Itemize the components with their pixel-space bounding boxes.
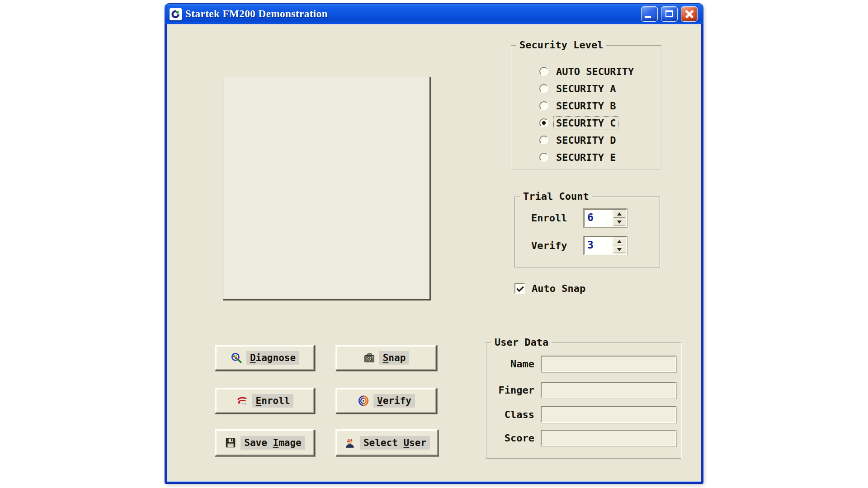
radio-option-security-e[interactable]: SECURITY E — [539, 149, 657, 166]
select-user-button[interactable]: Select User — [335, 429, 439, 456]
enroll-trials-value: 6 — [585, 210, 613, 226]
maximize-icon — [665, 10, 673, 17]
maximize-button[interactable] — [661, 6, 678, 22]
auto-snap-label: Auto Snap — [532, 283, 585, 294]
radio-option-security-d[interactable]: SECURITY D — [539, 131, 657, 149]
class-field[interactable] — [541, 406, 676, 423]
auto-snap-checkbox[interactable]: Auto Snap — [514, 283, 585, 294]
verify-trials-label: Verify — [531, 240, 584, 251]
class-label: Class — [490, 409, 541, 420]
enroll-trials-input[interactable]: 6 — [584, 209, 627, 227]
finger-field[interactable] — [541, 382, 676, 399]
snap-button[interactable]: Snap — [335, 345, 437, 371]
close-icon — [685, 9, 694, 19]
window-title: Startek FM200 Demonstration — [185, 8, 328, 20]
radio-icon — [539, 118, 548, 127]
diagnose-button-label: Diagnose — [246, 351, 299, 365]
diagnose-button[interactable]: Diagnose — [215, 345, 315, 371]
verify-spinner — [613, 237, 626, 254]
enroll-button-label: Enroll — [252, 394, 294, 408]
user-data-group-title: User Data — [491, 337, 552, 348]
verify-trial-row: Verify 3 — [531, 236, 655, 255]
score-field[interactable] — [541, 430, 676, 446]
trial-count-rows: Enroll 6 Verify 3 — [531, 209, 655, 255]
window-controls — [641, 6, 698, 22]
finger-row: Finger — [490, 382, 676, 399]
diagnose-icon — [231, 352, 242, 364]
snap-button-label: Snap — [379, 351, 410, 365]
minimize-button[interactable] — [641, 6, 658, 22]
verify-trials-value: 3 — [585, 237, 613, 254]
radio-icon — [539, 67, 548, 76]
app-window: Startek FM200 Demonstration Security Lev… — [165, 4, 703, 483]
save-image-button[interactable]: Save Image — [215, 429, 315, 456]
score-row: Score — [490, 430, 676, 446]
titlebar[interactable]: Startek FM200 Demonstration — [165, 4, 703, 24]
save-image-button-label: Save Image — [241, 436, 305, 450]
radio-icon — [539, 84, 548, 93]
enroll-spin-up-button[interactable] — [613, 211, 625, 218]
floppy-disk-icon — [225, 437, 236, 449]
finger-label: Finger — [490, 385, 541, 396]
enroll-button[interactable]: Enroll — [215, 388, 315, 414]
arrow-up-icon — [617, 212, 622, 216]
fingerprint-preview-area — [223, 77, 431, 300]
name-row: Name — [490, 356, 676, 372]
radio-icon — [539, 136, 548, 145]
radio-option-security-c[interactable]: SECURITY C — [539, 114, 657, 131]
verify-spin-up-button[interactable] — [613, 238, 625, 245]
verify-button-label: Verify — [373, 394, 415, 408]
verify-button[interactable]: Verify — [335, 388, 437, 414]
verify-spin-down-button[interactable] — [613, 246, 625, 253]
user-data-group: User Data Name Finger Class Score — [486, 343, 681, 459]
client-area: Security Level AUTO SECURITY SECURITY A … — [167, 24, 701, 481]
close-button[interactable] — [681, 6, 698, 22]
enroll-spin-down-button[interactable] — [613, 219, 625, 226]
enroll-pen-icon — [236, 395, 248, 407]
radio-icon — [539, 101, 548, 110]
fingerprint-icon — [358, 395, 369, 407]
enroll-trial-row: Enroll 6 — [531, 209, 655, 227]
enroll-spinner — [613, 210, 626, 226]
camera-icon — [363, 352, 375, 364]
trial-count-group: Trial Count Enroll 6 Verify 3 — [514, 197, 660, 267]
radio-option-security-a[interactable]: SECURITY A — [539, 80, 657, 97]
verify-trials-input[interactable]: 3 — [584, 236, 627, 255]
arrow-down-icon — [617, 221, 622, 224]
name-label: Name — [490, 358, 541, 370]
security-level-group-title: Security Level — [516, 39, 606, 51]
radio-option-auto-security[interactable]: AUTO SECURITY — [539, 63, 657, 80]
app-logo-icon — [170, 8, 182, 20]
name-field[interactable] — [541, 356, 676, 372]
class-row: Class — [490, 406, 676, 423]
checkbox-icon — [514, 283, 525, 294]
arrow-up-icon — [617, 240, 622, 243]
security-level-group: Security Level AUTO SECURITY SECURITY A … — [511, 45, 661, 169]
security-level-options: AUTO SECURITY SECURITY A SECURITY B SECU… — [539, 63, 657, 166]
minimize-icon — [645, 16, 651, 18]
select-user-button-label: Select User — [360, 436, 430, 450]
enroll-trials-label: Enroll — [531, 212, 584, 224]
radio-option-security-b[interactable]: SECURITY B — [539, 97, 657, 114]
radio-icon — [539, 153, 548, 162]
score-label: Score — [490, 432, 541, 444]
trial-count-group-title: Trial Count — [520, 191, 592, 202]
arrow-down-icon — [617, 248, 622, 251]
user-icon — [344, 437, 356, 449]
